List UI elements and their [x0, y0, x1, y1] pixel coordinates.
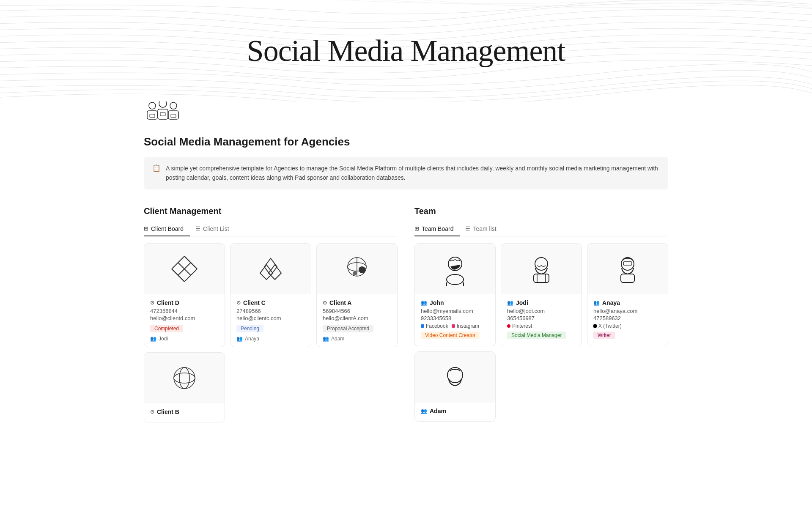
svg-point-25 — [174, 367, 195, 389]
client-board-label: Client Board — [151, 225, 184, 232]
team-board-icon: ⊞ — [414, 225, 419, 232]
jodi-role-badge: Social Media Manager — [507, 332, 566, 339]
tab-team-board[interactable]: ⊞ Team Board — [414, 222, 460, 236]
client-a-email: hello@clientA.com — [323, 315, 391, 321]
john-name: John — [430, 299, 444, 306]
client-a-phone: 569844566 — [323, 308, 391, 314]
jodi-platforms: Pinterest — [507, 323, 576, 329]
svg-marker-18 — [260, 265, 273, 280]
adam-name: Adam — [430, 408, 446, 414]
john-role-badge: Video Content Creator — [421, 332, 480, 339]
jodi-body: 👥 Jodi hello@jodi.com 365456987 Pinteres… — [501, 294, 582, 346]
client-a-assignee-icon: 👥 — [323, 336, 329, 342]
client-c-body: ⊙ Client C 27489566 hello@clientc.com Pe… — [230, 294, 311, 347]
client-c-phone: 27489566 — [236, 308, 305, 314]
client-card-d[interactable]: ⊙ Client D 472356844 hello@clientd.com C… — [144, 243, 225, 347]
client-a-assignee: 👥 Adam — [323, 336, 391, 342]
client-b-icon: ⊙ — [150, 409, 154, 415]
jodi-name: Jodi — [516, 299, 528, 306]
client-d-body: ⊙ Client D 472356844 hello@clientd.com C… — [144, 294, 225, 347]
svg-rect-6 — [150, 114, 155, 118]
anaya-title: 👥 Anaya — [593, 299, 662, 306]
anaya-body: 👥 Anaya hello@anaya.com 472589632 X (Twi… — [587, 294, 668, 346]
client-d-image — [144, 244, 225, 294]
client-d-badge: Completed — [150, 325, 183, 332]
team-card-jodi[interactable]: 👥 Jodi hello@jodi.com 365456987 Pinteres… — [501, 243, 582, 346]
jodi-pin: Pinterest — [507, 323, 532, 329]
svg-marker-17 — [264, 258, 277, 275]
svg-rect-5 — [168, 111, 178, 119]
description-box: 📋 A simple yet comprehensive template fo… — [144, 157, 668, 189]
client-d-assignee: 👥 Jodi — [150, 336, 219, 342]
client-c-name: Client C — [243, 299, 266, 306]
client-a-image — [317, 244, 397, 294]
client-d-assignee-icon: 👥 — [150, 336, 156, 342]
john-phone: 9233345658 — [421, 315, 489, 321]
client-d-assignee-name: Jodi — [159, 336, 168, 342]
x-dot — [593, 324, 597, 328]
anaya-name: Anaya — [602, 299, 620, 306]
svg-point-2 — [170, 102, 177, 109]
client-a-title: ⊙ Client A — [323, 299, 391, 306]
anaya-phone: 472589632 — [593, 315, 662, 321]
client-card-b[interactable]: ⊙ Client B — [144, 352, 225, 422]
svg-point-27 — [179, 367, 189, 389]
tab-team-list[interactable]: ☰ Team list — [465, 222, 503, 236]
main-columns: Client Management ⊞ Client Board ☰ Clien… — [144, 206, 668, 422]
client-list-label: Client List — [203, 225, 229, 232]
client-c-title: ⊙ Client C — [236, 299, 305, 306]
description-text: A simple yet comprehensive template for … — [166, 164, 660, 183]
client-d-icon: ⊙ — [150, 300, 154, 306]
jodi-icon: 👥 — [507, 300, 513, 306]
team-list-label: Team list — [473, 225, 496, 232]
ig-label: Instagram — [457, 323, 479, 329]
john-ig: Instagram — [452, 323, 479, 329]
anaya-x: X (Twitter) — [593, 323, 622, 329]
team-card-adam[interactable]: 👥 Adam — [414, 351, 496, 422]
tab-client-board[interactable]: ⊞ Client Board — [144, 222, 190, 236]
page-subtitle: Social Media Management for Agencies — [144, 135, 668, 148]
client-b-image — [144, 353, 225, 403]
svg-point-23 — [359, 266, 365, 273]
team-tabs: ⊞ Team Board ☰ Team list — [414, 222, 668, 236]
hero-title: Social Media Management — [247, 33, 565, 69]
client-b-name: Client B — [157, 408, 179, 415]
svg-rect-37 — [623, 262, 632, 265]
svg-rect-3 — [147, 111, 157, 119]
client-card-c[interactable]: ⊙ Client C 27489566 hello@clientc.com Pe… — [230, 243, 311, 347]
fb-label: Facebook — [426, 323, 448, 329]
client-d-email: hello@clientd.com — [150, 315, 219, 321]
client-tabs: ⊞ Client Board ☰ Client List — [144, 222, 398, 236]
fb-dot — [421, 324, 424, 328]
svg-rect-33 — [534, 274, 549, 282]
adam-title: 👥 Adam — [421, 408, 489, 414]
client-card-a[interactable]: ⊙ Client A 569844566 hello@clientA.com P… — [316, 243, 398, 347]
client-c-assignee-name: Anaya — [245, 336, 259, 342]
page-content: Social Media Management for Agencies 📋 A… — [110, 93, 702, 439]
client-c-image — [230, 244, 311, 294]
svg-rect-8 — [171, 114, 176, 118]
client-c-badge: Pending — [236, 325, 263, 332]
jodi-title: 👥 Jodi — [507, 299, 576, 306]
client-d-name: Client D — [157, 299, 179, 306]
tab-client-list[interactable]: ☰ Client List — [195, 222, 236, 236]
client-management-section: Client Management ⊞ Client Board ☰ Clien… — [144, 206, 398, 422]
client-a-icon: ⊙ — [323, 300, 327, 306]
john-platforms: Facebook Instagram — [421, 323, 489, 329]
john-image — [415, 244, 495, 294]
client-a-body: ⊙ Client A 569844566 hello@clientA.com P… — [317, 294, 397, 347]
pin-label: Pinterest — [512, 323, 532, 329]
anaya-role-badge: Writer — [593, 332, 615, 339]
jodi-email: hello@jodi.com — [507, 308, 576, 314]
team-card-john[interactable]: 👥 John hello@myemails.com 9233345658 Fac… — [414, 243, 496, 346]
anaya-platforms: X (Twitter) — [593, 323, 662, 329]
client-c-assignee-icon: 👥 — [236, 336, 243, 342]
anaya-icon: 👥 — [593, 300, 600, 306]
team-board-label: Team Board — [422, 225, 453, 232]
svg-point-24 — [353, 271, 357, 275]
team-card-anaya[interactable]: 👥 Anaya hello@anaya.com 472589632 X (Twi… — [587, 243, 668, 346]
john-body: 👥 John hello@myemails.com 9233345658 Fac… — [415, 294, 495, 346]
ig-dot — [452, 324, 455, 328]
anaya-email: hello@anaya.com — [593, 308, 662, 314]
client-c-assignee: 👥 Anaya — [236, 336, 305, 342]
